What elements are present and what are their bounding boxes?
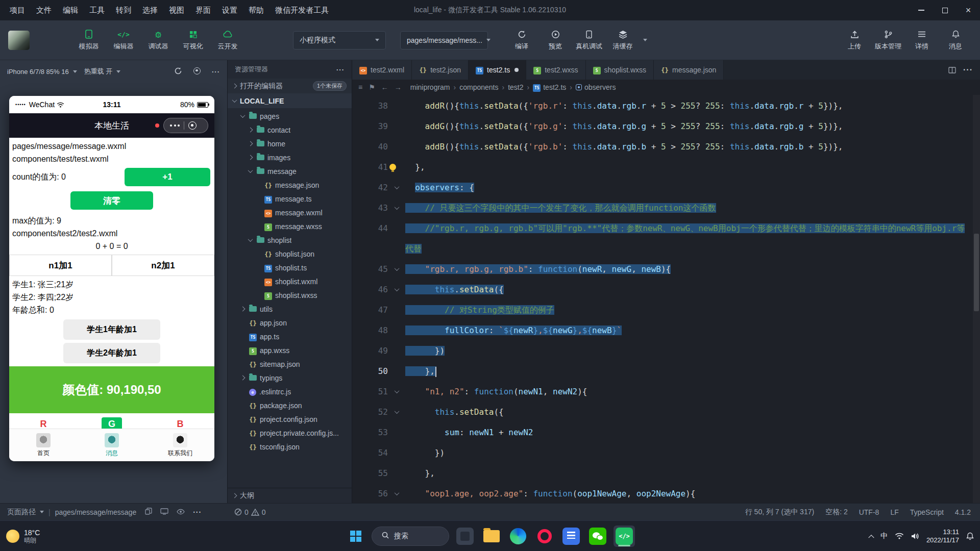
- refresh-icon[interactable]: [174, 67, 182, 77]
- code-line-55[interactable]: 55 },: [352, 463, 980, 484]
- hot-reload-toggle[interactable]: 热重载 开: [84, 67, 121, 76]
- phone-tab-联系我们[interactable]: 联系我们: [146, 429, 214, 461]
- tab-test2.wxss[interactable]: Stest2.wxss: [526, 60, 585, 80]
- nav-button-编辑器[interactable]: </>编辑器: [107, 24, 140, 56]
- device-select[interactable]: iPhone 6/7/8 85% 16: [7, 68, 77, 76]
- status-item-0[interactable]: 行 50, 列 7 (选中 317): [745, 508, 814, 517]
- code-line-48[interactable]: 48 fullColor: `${newR},${newG},${newB}`: [352, 320, 980, 341]
- reset-button[interactable]: 清零: [70, 191, 153, 210]
- status-item-1[interactable]: 空格: 2: [825, 508, 848, 517]
- minimize-button[interactable]: [910, 0, 933, 20]
- menu-item-5[interactable]: 选择: [137, 0, 163, 20]
- crumb-observers[interactable]: observers: [576, 83, 616, 91]
- fold-arrow-icon[interactable]: [388, 402, 405, 422]
- folder-utils[interactable]: utils: [228, 302, 352, 316]
- fold-arrow-icon[interactable]: [388, 198, 405, 218]
- action-button-编译[interactable]: 编译: [505, 24, 538, 56]
- notification-bell-icon[interactable]: [966, 532, 974, 540]
- b-button[interactable]: B: [146, 419, 214, 429]
- folder-typings[interactable]: typings: [228, 371, 352, 385]
- crumb-test2.ts[interactable]: TStest2.ts: [533, 83, 566, 92]
- maximize-button[interactable]: [933, 0, 957, 20]
- wifi-icon[interactable]: [895, 533, 904, 539]
- count-plus-button[interactable]: +1: [125, 168, 210, 186]
- file-tsconfig.json[interactable]: {}tsconfig.json: [228, 440, 352, 454]
- taskbar-clock[interactable]: 13:11 2022/11/17: [926, 528, 959, 544]
- file-message.json[interactable]: {}message.json: [228, 178, 352, 192]
- code-line-53[interactable]: 53 sum: newN1 + newN2: [352, 422, 980, 443]
- folder-shoplist[interactable]: shoplist: [228, 233, 352, 247]
- student1-age-button[interactable]: 学生1年龄加1: [63, 319, 160, 340]
- action-button-清缓存[interactable]: 清缓存: [606, 24, 639, 56]
- file-app.json[interactable]: {}app.json: [228, 316, 352, 330]
- close-circle-icon[interactable]: [188, 121, 197, 130]
- menu-item-6[interactable]: 视图: [163, 0, 190, 20]
- code-line-38[interactable]: 38 addR(){this.setData({'rgb.r': this.da…: [352, 96, 980, 116]
- nav-button-模拟器[interactable]: 模拟器: [72, 24, 105, 56]
- taskbar-app-widgets[interactable]: [454, 525, 476, 547]
- file-app.wxss[interactable]: Sapp.wxss: [228, 343, 352, 357]
- right-button-详情[interactable]: 详情: [905, 24, 938, 56]
- menu-item-8[interactable]: 设置: [216, 0, 243, 20]
- status-item-4[interactable]: TypeScript: [910, 508, 944, 516]
- project-root-row[interactable]: LOCAL_LIFE: [228, 93, 352, 108]
- eye-icon[interactable]: [177, 508, 185, 516]
- folder-contact[interactable]: contact: [228, 123, 352, 137]
- action-button-预览[interactable]: 预览: [539, 24, 572, 56]
- taskbar-app-wechat[interactable]: [587, 525, 608, 547]
- file-shoplist.wxss[interactable]: Sshoplist.wxss: [228, 288, 352, 302]
- taskbar-search[interactable]: 搜索: [372, 527, 449, 546]
- file-package.json[interactable]: {}package.json: [228, 398, 352, 412]
- more-icon[interactable]: ···: [212, 68, 220, 76]
- fold-arrow-icon[interactable]: [388, 382, 405, 402]
- ime-indicator[interactable]: 中: [880, 532, 888, 541]
- more-icon[interactable]: [170, 124, 180, 127]
- file-app.ts[interactable]: TSapp.ts: [228, 330, 352, 343]
- code-line-40[interactable]: 40 addB(){this.setData({'rgb.b': this.da…: [352, 137, 980, 157]
- record-icon[interactable]: [193, 67, 201, 76]
- fold-arrow-icon[interactable]: [388, 259, 405, 280]
- menu-item-0[interactable]: 项目: [4, 0, 31, 20]
- n1-add-button[interactable]: n1加1: [9, 255, 112, 276]
- nav-button-调试器[interactable]: 调试器: [142, 24, 175, 56]
- more-icon[interactable]: ···: [963, 65, 973, 74]
- menu-item-7[interactable]: 界面: [190, 0, 216, 20]
- menu-item-9[interactable]: 帮助: [243, 0, 270, 20]
- fold-arrow-icon[interactable]: [388, 484, 405, 503]
- scrollbar-thumb[interactable]: [974, 234, 979, 311]
- weather-widget[interactable]: 18°C 晴朗: [6, 529, 40, 544]
- code-line-45[interactable]: 45 "rgb.r, rgb.g, rgb.b": function(newR,…: [352, 259, 980, 280]
- nav-button-可视化[interactable]: 可视化: [177, 24, 209, 56]
- miniprogram-capsule[interactable]: [163, 118, 208, 133]
- code-line-43[interactable]: 43 // 只要这三个字段中的其中一个发生了变化，那么就会调用function这…: [352, 198, 980, 218]
- right-button-上传[interactable]: 上传: [838, 24, 871, 56]
- user-avatar[interactable]: [8, 31, 30, 50]
- student2-age-button[interactable]: 学生2年龄加1: [63, 343, 160, 363]
- action-button-真机调试[interactable]: 真机调试: [573, 24, 605, 56]
- code-editor[interactable]: 38 addR(){this.setData({'rgb.r': this.da…: [352, 95, 980, 503]
- code-line-56[interactable]: 56 "oop1.age, oop2.age": function(oop1Ne…: [352, 484, 980, 503]
- forward-arrow-icon[interactable]: →: [395, 83, 402, 91]
- n2-add-button[interactable]: n2加1: [112, 255, 214, 276]
- list-icon[interactable]: ≡: [358, 83, 362, 91]
- page-select[interactable]: pages/message/mess...: [400, 31, 488, 49]
- tab-test2.wxml[interactable]: <>test2.wxml: [352, 60, 412, 80]
- folder-pages[interactable]: pages: [228, 109, 352, 123]
- right-button-版本管理[interactable]: 版本管理: [872, 24, 904, 56]
- folder-images[interactable]: images: [228, 151, 352, 164]
- tab-shoplist.wxss[interactable]: Sshoplist.wxss: [586, 60, 654, 80]
- file-message.ts[interactable]: TSmessage.ts: [228, 192, 352, 206]
- code-line-47[interactable]: 47 // 对String类型赋值的例子: [352, 300, 980, 320]
- file-project.private.config.js...[interactable]: {}project.private.config.js...: [228, 426, 352, 440]
- back-arrow-icon[interactable]: ←: [381, 83, 388, 91]
- code-line-46[interactable]: 46 this.setData({: [352, 280, 980, 300]
- file-shoplist.json[interactable]: {}shoplist.json: [228, 247, 352, 261]
- code-line-41[interactable]: 41 },: [352, 157, 980, 178]
- file-shoplist.wxml[interactable]: <>shoplist.wxml: [228, 274, 352, 288]
- taskbar-app-devtools[interactable]: </>: [614, 525, 635, 547]
- status-item-3[interactable]: LF: [890, 508, 898, 516]
- code-line-51[interactable]: 51 "n1, n2": function(newN1, newN2){: [352, 382, 980, 402]
- folder-message[interactable]: message: [228, 164, 352, 178]
- taskbar-app-docs[interactable]: [560, 525, 582, 547]
- close-button[interactable]: ×: [957, 0, 980, 20]
